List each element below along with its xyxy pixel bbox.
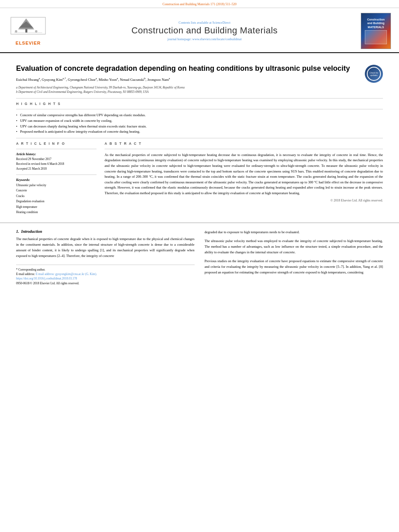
received-revised-date: Received in revised form 6 March 2018 xyxy=(16,162,97,166)
journal-homepage: journal homepage: www.elsevier.com/locat… xyxy=(52,37,357,41)
journal-header: ELSEVIER Contents lists available at Sci… xyxy=(0,8,399,53)
abstract-text: As the mechanical properties of concrete… xyxy=(105,152,383,196)
article-info-column: A R T I C L E I N F O Article history: R… xyxy=(16,142,97,218)
article-section: Check forupdates Evaluation of concrete … xyxy=(0,53,399,218)
received-date: Received 29 November 2017 xyxy=(16,157,97,162)
cover-image-placeholder xyxy=(365,30,387,44)
svg-point-5 xyxy=(15,30,17,33)
footnote-area: * Corresponding author. E-mail address: … xyxy=(16,265,195,286)
corresponding-author-note: * Corresponding author. xyxy=(16,267,195,272)
body-two-col-layout: 1. Introduction The mechanical propertie… xyxy=(16,229,383,286)
keywords-list: Ultrasonic pulse velocity Concrete Crack… xyxy=(16,183,97,215)
check-update-badge: Check forupdates xyxy=(365,65,383,83)
email-link[interactable]: E-mail address: gyuyongkim@cnu.ac.kr (G.… xyxy=(36,272,97,276)
highlights-section: H I G H L I G H T S Concrete of similar … xyxy=(16,102,383,134)
body-col-left: 1. Introduction The mechanical propertie… xyxy=(16,229,195,286)
doi-text: https://doi.org/10.1016/j.conbuildmat.20… xyxy=(16,276,195,281)
cover-title-text: Constructionand BuildingMATERIALS xyxy=(367,18,385,29)
affiliation-b: b Department of Civil and Environmental … xyxy=(16,90,383,94)
keyword-5: High temperature xyxy=(16,204,97,210)
body-col-right: degraded due to exposure to high tempera… xyxy=(205,229,383,286)
accepted-date: Accepted 21 March 2018 xyxy=(16,166,97,171)
journal-cover-image: Constructionand BuildingMATERIALS xyxy=(361,13,391,49)
keyword-4: Degradation evaluation xyxy=(16,199,97,204)
keyword-2: Concrete xyxy=(16,188,97,193)
abstract-column: A B S T R A C T As the mechanical proper… xyxy=(105,142,383,218)
keywords-label: Keywords: xyxy=(16,178,97,182)
intro-paragraph-4: Previous studies on the integrity evalua… xyxy=(205,258,383,275)
authors-line: Euichul Hwanga, Gyuyong Kima,*, Gyeongch… xyxy=(16,76,383,83)
section-number: 1. xyxy=(16,229,19,234)
highlight-item-4: Proposed method is anticipated to allow … xyxy=(16,129,383,135)
highlights-heading: H I G H L I G H T S xyxy=(16,102,383,106)
badge-text: Check forupdates xyxy=(370,72,378,76)
journal-ref-text: Construction and Building Materials 171 … xyxy=(162,2,237,6)
intro-section-title: 1. Introduction xyxy=(16,229,195,234)
keywords-subsection: Keywords: Ultrasonic pulse velocity Conc… xyxy=(16,178,97,215)
separator-2 xyxy=(16,138,383,138)
elsevier-text: ELSEVIER xyxy=(16,41,41,45)
elsevier-logo: ELSEVIER xyxy=(8,16,48,45)
affiliation-a: a Department of Architectural Engineerin… xyxy=(16,85,383,90)
svg-point-6 xyxy=(35,30,37,33)
abstract-separator xyxy=(105,149,383,149)
doi-link[interactable]: https://doi.org/10.1016/j.conbuildmat.20… xyxy=(16,277,77,280)
affiliations: a Department of Architectural Engineerin… xyxy=(16,85,383,94)
keyword-6: Heating condition xyxy=(16,210,97,215)
abstract-heading: A B S T R A C T xyxy=(105,142,383,146)
article-title-area: Check forupdates Evaluation of concrete … xyxy=(16,64,383,73)
issn-text: 0950-0618/© 2018 Elsevier Ltd. All right… xyxy=(16,281,195,286)
keyword-1: Ultrasonic pulse velocity xyxy=(16,183,97,188)
article-info-separator xyxy=(16,149,97,149)
body-section: 1. Introduction The mechanical propertie… xyxy=(0,223,399,290)
abstract-section: As the mechanical properties of concrete… xyxy=(105,152,383,202)
article-info-abstract-layout: A R T I C L E I N F O Article history: R… xyxy=(16,142,383,218)
article-info-heading: A R T I C L E I N F O xyxy=(16,142,97,146)
svg-marker-3 xyxy=(19,21,33,28)
article-history: Article history: Received 29 November 20… xyxy=(16,152,97,171)
keyword-3: Cracks xyxy=(16,193,97,199)
highlights-separator xyxy=(16,109,383,109)
history-label: Article history: xyxy=(16,152,97,156)
highlight-item-2: UPV can measure expansion of crack width… xyxy=(16,118,383,124)
top-ref-bar: Construction and Building Materials 171 … xyxy=(0,0,399,8)
copyright-line: © 2018 Elsevier Ltd. All rights reserved… xyxy=(105,199,383,202)
separator-1 xyxy=(16,98,383,99)
elsevier-logo-svg xyxy=(10,16,46,40)
page-wrapper: Construction and Building Materials 171 … xyxy=(0,0,399,290)
sciencedirect-text: Contents lists available at ScienceDirec… xyxy=(52,21,357,25)
badge-inner: Check forupdates xyxy=(367,67,381,81)
keywords-separator xyxy=(16,175,97,175)
section-title: Introduction xyxy=(21,229,42,234)
intro-paragraph-3: The ultrasonic pulse velocity method was… xyxy=(205,238,383,255)
journal-title-center: Contents lists available at ScienceDirec… xyxy=(48,21,361,41)
article-title: Evaluation of concrete degradation depen… xyxy=(16,64,383,73)
journal-main-title: Construction and Building Materials xyxy=(52,25,357,36)
highlight-item-1: Concrete of similar compressive strength… xyxy=(16,113,383,118)
email-note: E-mail address: E-mail address: gyuyongk… xyxy=(16,272,195,276)
intro-paragraph-1: The mechanical properties of concrete de… xyxy=(16,236,195,259)
highlight-item-3: UPV can decreases sharply during heating… xyxy=(16,124,383,129)
intro-paragraph-2: degraded due to exposure to high tempera… xyxy=(205,229,383,235)
